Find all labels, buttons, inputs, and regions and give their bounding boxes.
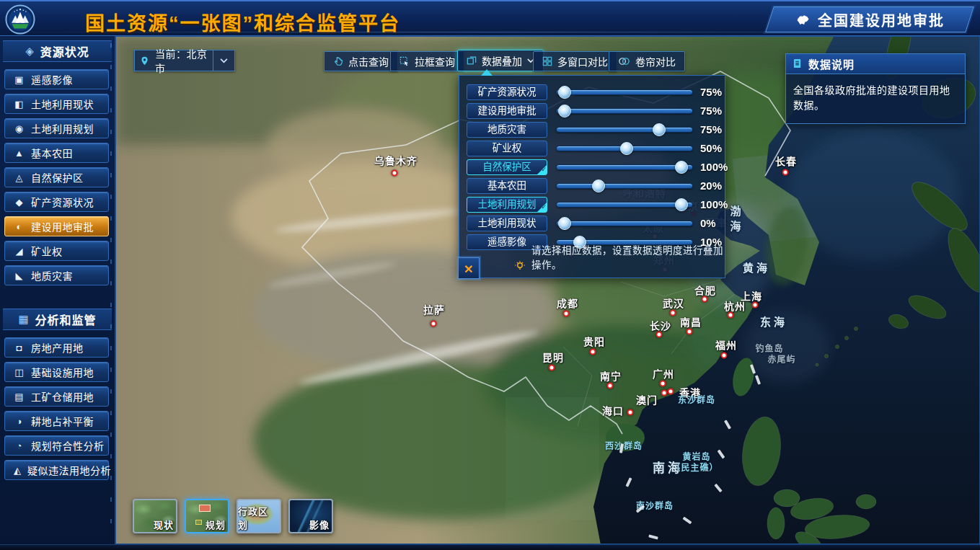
layer-toggle-button[interactable]: 土地利用规划 [467,197,547,213]
opacity-slider[interactable] [555,214,696,233]
basic-farmland-icon: ▲ [14,148,25,159]
sidebar-item-basic-farmland[interactable]: ▲基本农田 [4,143,109,163]
slider-thumb[interactable] [558,217,571,230]
chevron-down-icon[interactable] [213,50,234,71]
overlay-row: 土地利用规划100% [459,195,725,214]
opacity-value: 75% [700,123,722,136]
industrial-storage-land-icon: ▤ [14,391,25,402]
slider-track[interactable] [556,127,693,133]
sidebar-item-construction-land-approval[interactable]: ◐建设用地审批 [4,216,109,236]
opacity-value: 75% [700,86,722,98]
data-description-title: 数据说明 [808,56,855,71]
overlay-row: 土地利用现状0% [459,214,725,233]
layer-toggle-button[interactable]: 基本农田 [467,178,547,194]
slider-track[interactable] [556,183,693,189]
slider-thumb[interactable] [675,198,688,211]
close-icon: × [464,261,473,276]
sidebar-item-label: 遥感影像 [31,72,73,87]
data-overlay-button[interactable]: 数据叠加 [457,50,544,71]
box-query-button[interactable]: 拉框查询 [390,51,464,71]
overlay-row: 基本农田20% [459,177,725,195]
slider-track[interactable] [556,164,693,170]
layer-toggle-button[interactable]: 自然保护区 [467,159,547,175]
swipe-compare-button[interactable]: 卷帘对比 [609,51,685,71]
sidebar-item-land-use-planning[interactable]: ◉土地利用规划 [4,118,109,138]
basemap-thumbnail-1[interactable]: 规划 [185,499,229,533]
mineral-resources-icon: ◆ [14,197,25,208]
slider-track[interactable] [556,108,693,114]
sidebar-item-geological-disaster[interactable]: ◣地质灾害 [4,265,109,285]
map-viewport[interactable]: 乌鲁木齐拉萨长春呼和浩特北京★天津太原兰州郑州成都武汉合肥上海杭州长沙南昌贵阳昆… [115,36,980,544]
layer-toggle-button[interactable]: 建设用地审批 [467,103,547,119]
slider-track[interactable] [556,202,693,208]
opacity-slider[interactable] [555,139,696,158]
slider-thumb[interactable] [620,142,633,155]
sidebar-item-label: 土地利用规划 [31,121,94,136]
header-bar: 国土资源“一张图”和综合监管平台 全国建设用地审批 [0,0,980,36]
city-marker-icon [661,390,668,396]
multi-window-compare-button[interactable]: 多窗口对比 [533,51,617,71]
opacity-slider[interactable] [555,195,696,214]
city-marker-icon [563,311,570,317]
sidebar-item-label: 土地利用现状 [31,97,94,111]
city-marker-icon [721,352,728,359]
overlay-row: 矿业权50% [459,139,725,158]
click-query-button[interactable]: 点击查询 [324,51,398,71]
basemap-thumbnail-2[interactable]: 行政区划 [237,499,281,533]
layer-toggle-button[interactable]: 矿产资源状况 [467,84,547,100]
city-marker-icon [660,381,666,387]
close-button[interactable]: × [458,257,480,279]
sidebar-item-real-estate-land[interactable]: ◘房地产用地 [4,337,109,358]
basemap-thumbnail-3[interactable]: 影像 [288,499,333,533]
opacity-slider[interactable] [555,120,696,139]
opacity-slider[interactable] [555,102,696,120]
sidebar-item-illegal-land-use[interactable]: ◭疑似违法用地分析 [4,460,109,480]
basemap-thumbnail-0[interactable]: 现状 [133,499,177,533]
slider-thumb[interactable] [558,86,571,99]
multi-window-compare-icon [542,56,552,66]
city-marker-icon [392,170,398,177]
sidebar-item-remote-sensing[interactable]: ▣遥感影像 [4,69,109,89]
slider-thumb[interactable] [675,161,688,174]
data-overlay-label: 数据叠加 [482,53,522,68]
data-description-panel: 数据说明 全国各级政府批准的建设项目用地数据。 [785,53,966,124]
sidebar-item-plan-compliance[interactable]: ◔规划符合性分析 [4,435,109,456]
slider-thumb[interactable] [558,105,571,117]
opacity-value: 100% [700,161,728,173]
china-map-icon [795,14,811,26]
header-module-badge[interactable]: 全国建设用地审批 [765,6,974,32]
layer-toggle-label: 土地利用规划 [478,199,537,210]
swipe-compare-label: 卷帘对比 [635,54,676,68]
sidebar-item-infrastructure-land[interactable]: ◫基础设施用地 [4,362,109,382]
sidebar-item-nature-reserve[interactable]: ◬自然保护区 [4,167,109,187]
geological-disaster-icon: ◣ [14,270,25,281]
slider-thumb[interactable] [592,179,605,192]
city-marker-icon [752,302,759,309]
slider-track[interactable] [556,221,693,226]
slider-thumb[interactable] [653,123,666,136]
city-marker-icon [687,329,693,335]
sidebar-item-label: 规划符合性分析 [31,438,105,453]
sidebar-section-title-resources-status: ◈资源状况 [3,40,112,62]
sidebar-item-farmland-balance[interactable]: ◑耕地占补平衡 [4,411,109,431]
sidebar-item-industrial-storage-land[interactable]: ▤工矿仓储用地 [4,386,109,407]
slider-track[interactable] [556,89,693,95]
sidebar-item-mining-rights[interactable]: ◢矿业权 [4,241,109,261]
sidebar-item-label: 地质灾害 [31,268,73,283]
city-marker-icon [670,310,676,316]
layer-toggle-button[interactable]: 地质灾害 [467,122,547,138]
sidebar-item-land-use-status[interactable]: ◧土地利用现状 [4,94,109,114]
overlay-row: 地质灾害75% [459,120,725,139]
current-region-selector[interactable]: 当前：北京市 [134,50,235,71]
layer-toggle-button[interactable]: 土地利用现状 [467,216,547,231]
city-marker-icon [607,383,614,389]
basemap-thumbnail-label: 现状 [154,518,174,531]
opacity-slider[interactable] [555,158,696,177]
sidebar: ◈资源状况▣遥感影像◧土地利用现状◉土地利用规划▲基本农田◬自然保护区◆矿产资源… [0,36,115,544]
remote-sensing-icon: ▣ [14,74,25,85]
opacity-slider[interactable] [555,83,696,102]
opacity-slider[interactable] [555,177,696,195]
layer-toggle-button[interactable]: 矿业权 [467,141,547,156]
sidebar-item-mineral-resources[interactable]: ◆矿产资源状况 [4,192,109,212]
city-marker-icon [627,409,634,416]
